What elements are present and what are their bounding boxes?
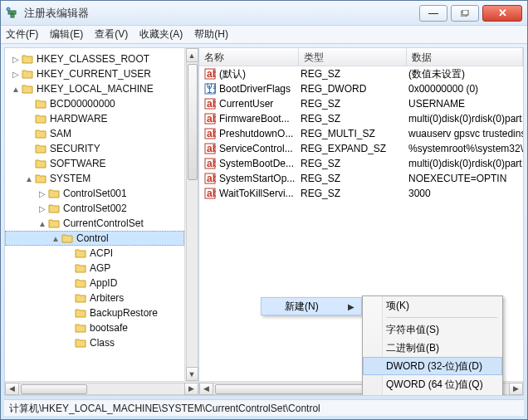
- context-item-new[interactable]: 新建(N) ▶: [261, 297, 362, 315]
- tree-node[interactable]: ▷ACPI: [5, 246, 184, 261]
- scroll-left-icon[interactable]: ◀: [5, 383, 19, 395]
- expand-icon[interactable]: ▲: [10, 85, 22, 94]
- tree-node[interactable]: ▷SAM: [5, 126, 184, 141]
- list-row[interactable]: 011110BootDriverFlagsREG_DWORD0x00000000…: [199, 81, 523, 96]
- list-row[interactable]: abSystemBootDe...REG_SZmulti(0)disk(0)rd…: [199, 156, 523, 171]
- list-row[interactable]: abServiceControl...REG_EXPAND_SZ%systemr…: [199, 141, 523, 156]
- cell-name: abSystemStartOp...: [203, 173, 299, 185]
- tree-node[interactable]: ▲Control: [5, 231, 184, 246]
- context-item-binary[interactable]: 二进制值(B): [363, 339, 502, 357]
- value-icon: 011110: [204, 83, 216, 95]
- menu-edit[interactable]: 编辑(E): [50, 27, 83, 42]
- cell-type: REG_SZ: [299, 188, 407, 199]
- tree-node[interactable]: ▷HKEY_CURRENT_USER: [5, 66, 184, 81]
- scroll-thumb[interactable]: [21, 384, 87, 394]
- expand-icon[interactable]: ▲: [37, 219, 48, 228]
- value-icon: ab: [204, 98, 216, 110]
- expand-icon[interactable]: ▷: [10, 55, 22, 64]
- svg-rect-0: [8, 11, 12, 14]
- tree-node-label: ControlSet001: [63, 188, 127, 199]
- context-item-label: 字符串值(S): [386, 323, 439, 337]
- value-icon: ab: [204, 128, 216, 139]
- list-row[interactable]: ab(默认)REG_SZ(数值未设置): [199, 66, 523, 81]
- column-header-data[interactable]: 数据: [407, 48, 523, 66]
- cell-type: REG_DWORD: [299, 83, 407, 95]
- context-item-multi[interactable]: 多字符串值(M): [363, 393, 502, 396]
- tree-node[interactable]: ▲SYSTEM: [5, 171, 184, 186]
- tree-node[interactable]: ▷BackupRestore: [5, 305, 184, 320]
- folder-icon: [48, 218, 60, 228]
- list-row[interactable]: abCurrentUserREG_SZUSERNAME: [199, 96, 523, 111]
- menu-view[interactable]: 查看(V): [95, 27, 128, 42]
- list-row[interactable]: abFirmwareBoot...REG_SZmulti(0)disk(0)rd…: [199, 111, 523, 126]
- scroll-track[interactable]: [19, 383, 184, 395]
- tree-node-label: Class: [90, 337, 115, 349]
- list-row[interactable]: abPreshutdownO...REG_MULTI_SZwuauserv gp…: [199, 126, 523, 141]
- tree-node-label: CurrentControlSet: [63, 217, 144, 229]
- scroll-up-icon[interactable]: ▲: [186, 48, 198, 62]
- close-button[interactable]: ✕: [482, 5, 522, 22]
- column-header-name[interactable]: 名称: [199, 48, 299, 66]
- context-item-key[interactable]: 项(K): [363, 296, 502, 315]
- registry-tree[interactable]: ▷HKEY_CLASSES_ROOT▷HKEY_CURRENT_USER▲HKE…: [5, 48, 184, 354]
- scroll-right-icon[interactable]: ▶: [184, 383, 198, 395]
- context-item-qword[interactable]: QWORD (64 位)值(Q): [363, 375, 502, 393]
- svg-text:ab: ab: [207, 188, 216, 199]
- cell-type: REG_SZ: [299, 98, 407, 110]
- folder-icon: [75, 323, 86, 333]
- scroll-thumb[interactable]: [188, 64, 198, 180]
- expand-icon[interactable]: ▷: [10, 70, 22, 79]
- tree-pane: ▷HKEY_CLASSES_ROOT▷HKEY_CURRENT_USER▲HKE…: [5, 48, 199, 395]
- menu-file[interactable]: 文件(F): [6, 27, 38, 42]
- tree-node[interactable]: ▷HKEY_CLASSES_ROOT: [5, 51, 184, 66]
- tree-node[interactable]: ▷Class: [5, 335, 184, 350]
- tree-node[interactable]: ▷SOFTWARE: [5, 156, 184, 171]
- tree-node[interactable]: ▷Arbiters: [5, 291, 184, 305]
- tree-horizontal-scrollbar[interactable]: ◀ ▶: [5, 381, 198, 395]
- tree-node-label: ControlSet002: [63, 203, 127, 214]
- tree-node[interactable]: ▷ControlSet002: [5, 201, 184, 216]
- scroll-track[interactable]: [186, 62, 198, 367]
- context-item-dword[interactable]: DWORD (32-位)值(D): [363, 357, 502, 375]
- scroll-down-icon[interactable]: ▼: [186, 367, 198, 381]
- tree-node[interactable]: ▲CurrentControlSet: [5, 216, 184, 231]
- svg-text:110: 110: [207, 84, 216, 95]
- tree-node[interactable]: ▷HARDWARE: [5, 111, 184, 126]
- tree-node[interactable]: ▷AppID: [5, 276, 184, 291]
- context-menu-sub: 新建(N) ▶: [261, 297, 362, 315]
- column-header-type[interactable]: 类型: [299, 48, 407, 66]
- tree-node[interactable]: ▲HKEY_LOCAL_MACHINE: [5, 81, 184, 96]
- tree-node[interactable]: ▷ControlSet001: [5, 186, 184, 201]
- tree-node[interactable]: ▷SECURITY: [5, 141, 184, 156]
- window-buttons: — ✕: [416, 5, 522, 22]
- value-icon: ab: [204, 68, 216, 80]
- menu-help[interactable]: 帮助(H): [194, 27, 228, 42]
- list-row[interactable]: abWaitToKillServi...REG_SZ3000: [199, 186, 523, 201]
- expand-icon[interactable]: ▷: [37, 204, 48, 213]
- cell-data: NOEXECUTE=OPTIN: [407, 173, 523, 184]
- svg-rect-5: [462, 10, 468, 15]
- svg-rect-2: [11, 14, 14, 17]
- expand-icon[interactable]: ▷: [37, 189, 48, 198]
- tree-node[interactable]: ▷bootsafe: [5, 320, 184, 335]
- expand-icon[interactable]: ▲: [50, 234, 61, 243]
- tree-node-label: SOFTWARE: [50, 158, 106, 169]
- context-item-string[interactable]: 字符串值(S): [363, 320, 502, 339]
- value-icon: ab: [204, 113, 216, 125]
- tree-vertical-scrollbar[interactable]: ▲ ▼: [184, 48, 198, 381]
- expand-icon[interactable]: ▲: [23, 174, 35, 183]
- scroll-left-icon[interactable]: ◀: [199, 383, 213, 395]
- svg-rect-1: [12, 11, 16, 14]
- tree-node[interactable]: ▷BCD00000000: [5, 96, 184, 111]
- maximize-icon: [461, 7, 469, 19]
- list-row[interactable]: abSystemStartOp...REG_SZ NOEXECUTE=OPTIN: [199, 171, 523, 186]
- cell-data: 0x00000000 (0): [407, 83, 523, 95]
- svg-text:ab: ab: [207, 128, 216, 139]
- folder-icon: [35, 129, 46, 139]
- scroll-right-icon[interactable]: ▶: [509, 383, 523, 395]
- context-item-label: QWORD (64 位)值(Q): [386, 378, 483, 392]
- maximize-button[interactable]: [451, 5, 479, 22]
- menu-favorites[interactable]: 收藏夹(A): [139, 27, 183, 42]
- tree-node[interactable]: ▷AGP: [5, 261, 184, 276]
- minimize-button[interactable]: —: [419, 5, 447, 22]
